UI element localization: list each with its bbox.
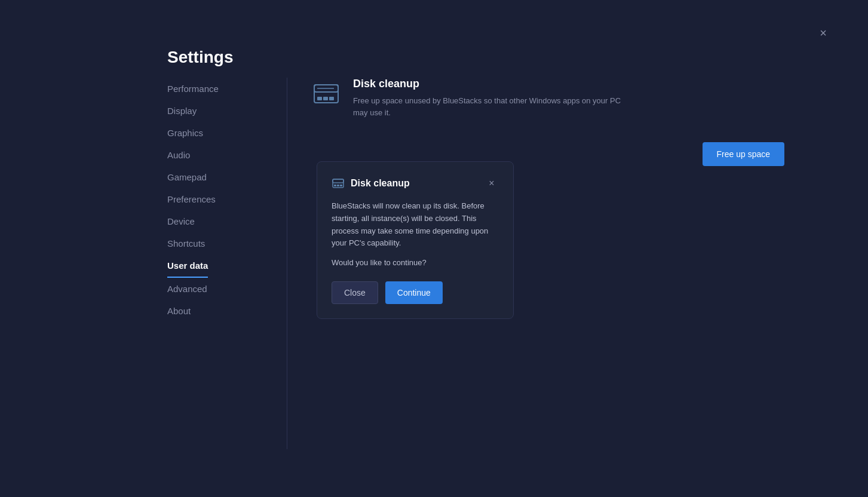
sidebar-item-about[interactable]: About [167, 300, 287, 322]
svg-rect-9 [337, 185, 339, 186]
sidebar-item-audio[interactable]: Audio [167, 144, 287, 166]
modal-close-action-button[interactable]: Close [332, 281, 378, 304]
svg-rect-10 [340, 185, 342, 186]
sidebar-item-shortcuts[interactable]: Shortcuts [167, 232, 287, 254]
modal-body-text: BlueStacks will now clean up its disk. B… [332, 201, 488, 247]
modal-close-button[interactable]: × [484, 176, 499, 191]
free-up-space-button[interactable]: Free up space [703, 142, 785, 166]
sidebar-item-performance[interactable]: Performance [167, 78, 287, 100]
modal-title-row: Disk cleanup [332, 177, 410, 190]
svg-rect-8 [334, 185, 336, 186]
modal-disk-icon [332, 177, 345, 190]
disk-cleanup-modal: Disk cleanup × BlueStacks will now clean… [317, 161, 514, 319]
sidebar-item-advanced[interactable]: Advanced [167, 278, 287, 300]
disk-cleanup-info: Disk cleanup Free up space unused by Blu… [353, 78, 784, 118]
modal-question-text: Would you like to continue? [332, 257, 499, 269]
sidebar-item-device[interactable]: Device [167, 210, 287, 232]
window-close-button[interactable]: × [814, 24, 832, 42]
svg-rect-7 [333, 179, 343, 183]
svg-rect-2 [317, 97, 322, 100]
disk-cleanup-section: Disk cleanup Free up space unused by Blu… [311, 78, 784, 118]
disk-cleanup-title: Disk cleanup [353, 78, 784, 90]
svg-rect-4 [329, 97, 334, 100]
disk-cleanup-icon [311, 79, 341, 109]
modal-continue-button[interactable]: Continue [385, 281, 443, 304]
modal-header: Disk cleanup × [332, 176, 499, 191]
disk-cleanup-description: Free up space unused by BlueStacks so th… [353, 95, 622, 118]
modal-footer: Close Continue [332, 281, 499, 304]
sidebar-item-user-data[interactable]: User data [167, 254, 208, 278]
modal-body: BlueStacks will now clean up its disk. B… [332, 200, 499, 269]
svg-rect-3 [323, 97, 328, 100]
sidebar: PerformanceDisplayGraphicsAudioGamepadPr… [167, 48, 287, 449]
sidebar-item-preferences[interactable]: Preferences [167, 188, 287, 210]
sidebar-item-graphics[interactable]: Graphics [167, 122, 287, 144]
sidebar-item-gamepad[interactable]: Gamepad [167, 166, 287, 188]
modal-title: Disk cleanup [351, 178, 410, 189]
sidebar-item-display[interactable]: Display [167, 100, 287, 122]
